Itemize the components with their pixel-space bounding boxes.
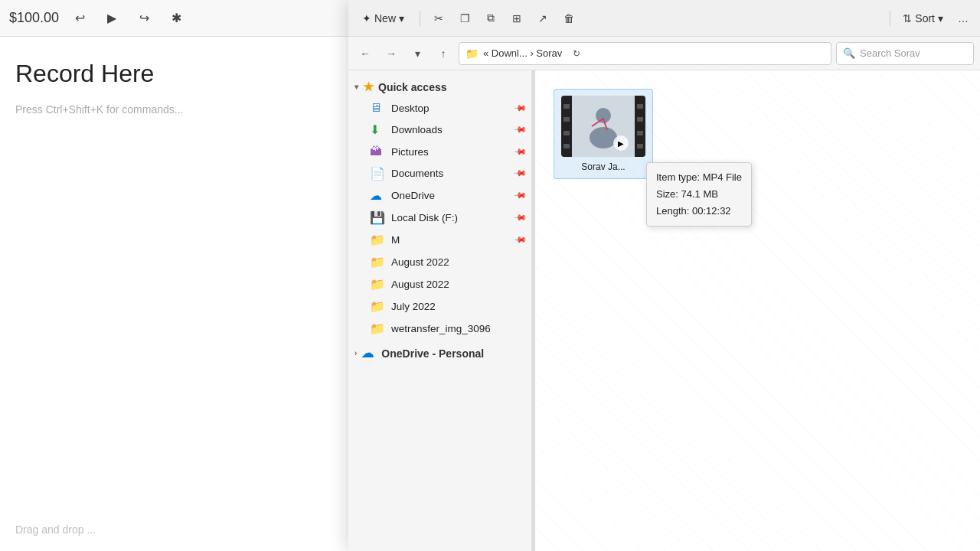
bg-content: Record Here Press Ctrl+Shift+K for comma… [0,37,351,169]
pin-icon-documents: 📌 [512,166,527,181]
pin-icon-onedrive: 📌 [512,188,527,203]
file-item-sorav[interactable]: ▶ Sorav Ja... [554,89,653,179]
more-options-btn[interactable]: … [952,8,974,29]
sort-button[interactable]: ⇅ Sort ▾ [895,9,951,28]
quick-access-section: ▾ ★ Quick access 🖥 Desktop 📌 ⬇ Downloads… [348,77,531,340]
sidebar-item-documents[interactable]: 📄 Documents 📌 [348,162,531,184]
tooltip-size-value: 74.1 MB [681,188,718,200]
sidebar-item-localdisk-label: Local Disk (F:) [391,212,458,223]
sidebar-item-downloads-label: Downloads [391,124,443,135]
bg-counter: $100.00 [9,10,59,26]
film-hole-6 [637,117,643,122]
search-placeholder: Search Sorav [860,47,920,59]
onedrive-personal-header[interactable]: › ☁ OneDrive - Personal [348,343,531,364]
aug2022-1-icon: 📁 [370,255,385,269]
up-button[interactable]: ↑ [433,43,454,64]
bg-bottom-hint: Drag and drop ... [15,523,96,536]
quick-access-chevron: ▾ [354,83,358,91]
onedrive-personal-chevron: › [354,349,357,357]
paste-btn[interactable]: ⧉ [480,8,501,29]
film-hole-1 [564,104,570,109]
search-bar[interactable]: 🔍 Search Sorav [836,42,974,65]
back-button[interactable]: ← [354,43,376,64]
file-thumbnail: ▶ [561,96,645,157]
cut-btn[interactable]: ✂ [428,8,449,29]
tooltip-item-type-value: MP4 File [703,171,742,183]
toolbar-right: ⇅ Sort ▾ … [887,8,974,29]
pin-icon-localdisk: 📌 [512,210,527,225]
sidebar-item-pictures-label: Pictures [391,146,429,158]
tooltip-length-label: Length: [656,205,689,217]
film-strip-left [561,96,572,157]
sidebar-item-onedrive[interactable]: ☁ OneDrive 📌 [348,184,531,207]
documents-icon: 📄 [370,166,385,181]
localdisk-icon: 💾 [370,210,385,225]
address-folder-icon: 📁 [466,47,479,60]
new-label: New [374,12,396,24]
sidebar-item-m[interactable]: 📁 M 📌 [348,229,531,251]
toolbar-separator-1 [420,11,420,26]
pictures-icon: 🏔 [370,145,385,158]
sidebar-item-jul2022[interactable]: 📁 July 2022 [348,295,531,318]
forward-icon: → [386,47,397,60]
bg-toolbar-btn-3[interactable]: ↪ [132,7,155,30]
sidebar-item-aug2022-2[interactable]: 📁 August 2022 [348,273,531,295]
sidebar-item-desktop-label: Desktop [391,103,430,114]
desktop-icon: 🖥 [370,101,385,115]
quick-access-star-icon: ★ [363,80,374,94]
video-inner: ▶ [572,96,635,157]
up-icon: ↑ [441,47,446,60]
address-path: « Downl... › Sorav [483,47,562,59]
pin-icon-downloads: 📌 [512,122,527,137]
explorer-body: ▾ ★ Quick access 🖥 Desktop 📌 ⬇ Downloads… [348,70,980,551]
background-app: $100.00 ↩ ▶ ↪ ✱ Record Here Press Ctrl+S… [0,0,352,551]
history-dropdown-button[interactable]: ▾ [407,43,428,64]
forward-button[interactable]: → [381,43,402,64]
explorer-titlebar: ✦ New ▾ ✂ ❐ ⧉ ⊞ ↗ 🗑 ⇅ Sort ▾ … [348,0,980,37]
bg-toolbar-btn-2[interactable]: ▶ [100,7,123,30]
new-dropdown-icon: ▾ [399,12,404,24]
new-button[interactable]: ✦ New ▾ [354,9,412,28]
history-dropdown-icon: ▾ [415,47,420,60]
video-thumbnail: ▶ [561,96,645,157]
sidebar-item-onedrive-label: OneDrive [391,190,435,201]
sidebar-item-downloads[interactable]: ⬇ Downloads 📌 [348,119,531,141]
sidebar-item-localdisk[interactable]: 💾 Local Disk (F:) 📌 [348,207,531,229]
jul2022-icon: 📁 [370,299,385,314]
aug2022-2-icon: 📁 [370,277,385,292]
refresh-icon: ↻ [573,48,580,59]
sidebar-item-pictures[interactable]: 🏔 Pictures 📌 [348,141,531,162]
sidebar-item-aug2022-1[interactable]: 📁 August 2022 [348,251,531,273]
film-hole-3 [564,131,570,135]
pin-icon-desktop: 📌 [512,100,527,115]
film-hole-8 [637,144,643,148]
tooltip-size: Size: 74.1 MB [656,186,742,203]
rename-btn[interactable]: ⊞ [506,8,528,29]
address-bar[interactable]: 📁 « Downl... › Sorav ↻ [459,42,831,65]
downloads-icon: ⬇ [370,122,385,137]
sidebar-item-aug2022-1-label: August 2022 [391,256,449,268]
bg-toolbar-btn-1[interactable]: ↩ [68,7,91,30]
bg-toolbar: $100.00 ↩ ▶ ↪ ✱ [0,0,351,37]
file-name: Sorav Ja... [581,161,625,172]
quick-access-header[interactable]: ▾ ★ Quick access [348,77,531,97]
search-icon: 🔍 [843,47,855,59]
new-icon: ✦ [362,12,371,24]
sidebar: ▾ ★ Quick access 🖥 Desktop 📌 ⬇ Downloads… [348,70,532,551]
onedrive-personal-label: OneDrive - Personal [381,347,484,360]
bg-title: Record Here [15,60,336,88]
share-btn[interactable]: ↗ [532,8,554,29]
copy-btn[interactable]: ❐ [454,8,475,29]
sort-icon: ⇅ [903,12,912,24]
sidebar-item-desktop[interactable]: 🖥 Desktop 📌 [348,97,531,119]
file-tooltip: Item type: MP4 File Size: 74.1 MB Length… [646,162,752,227]
onedrive-personal-icon: ☁ [361,346,377,360]
sidebar-item-wetransfer[interactable]: 📁 wetransfer_img_3096 [348,318,531,340]
refresh-button[interactable]: ↻ [567,44,586,64]
video-play-btn: ▶ [613,135,629,151]
bg-toolbar-btn-4[interactable]: ✱ [165,7,188,30]
back-icon: ← [360,47,371,60]
m-folder-icon: 📁 [370,233,385,247]
delete-btn[interactable]: 🗑 [558,8,580,29]
sidebar-item-m-label: M [391,234,400,246]
